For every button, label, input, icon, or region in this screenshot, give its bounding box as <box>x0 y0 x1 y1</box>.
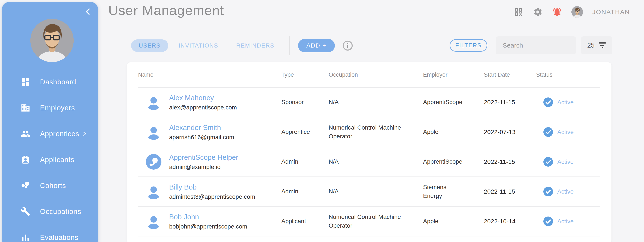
user-type: Admin <box>281 187 329 196</box>
bell-icon <box>552 7 562 17</box>
default-person-avatar-icon <box>146 124 162 140</box>
user-start-date: 2022-11-15 <box>484 158 536 165</box>
user-portrait-image <box>30 19 74 62</box>
sidebar: Dashboard Employers Apprentices Applican… <box>2 2 98 242</box>
user-type: Sponsor <box>281 98 329 107</box>
sidebar-item-label: Applicants <box>40 156 74 164</box>
qr-code-button[interactable] <box>514 7 524 17</box>
search-input[interactable] <box>496 36 576 54</box>
tab-reminders[interactable]: REMINDERS <box>228 40 282 52</box>
chevron-right-icon <box>82 131 87 137</box>
info-icon <box>342 40 353 51</box>
settings-button[interactable] <box>533 7 543 17</box>
status-badge: Active <box>557 158 574 165</box>
user-start-date: 2022-07-13 <box>484 129 536 136</box>
column-header-name: Name <box>138 72 281 78</box>
column-header-status: Status <box>536 72 600 78</box>
status-check-icon <box>544 216 553 226</box>
wrench-icon <box>20 207 30 216</box>
topbar-actions: JONATHAN <box>514 6 630 18</box>
qr-code-icon <box>514 7 524 17</box>
user-name-link[interactable]: Billy Bob <box>169 183 255 191</box>
user-portrait-image <box>572 6 583 18</box>
user-start-date: 2022-11-15 <box>484 188 536 195</box>
status-check-icon <box>544 187 553 196</box>
status-check-icon <box>544 157 553 166</box>
sort-filter-icon <box>598 42 606 49</box>
table-row: Alexander Smith aparrish616@gmail.com Ap… <box>138 117 600 147</box>
user-email: bobjohn@apprentiscope.com <box>169 223 247 230</box>
bar-chart-icon <box>20 232 30 242</box>
status-badge: Active <box>557 188 574 195</box>
user-employer: Apple <box>423 128 438 136</box>
user-employer: Apple <box>423 217 438 226</box>
bubbles-icon <box>20 181 30 190</box>
apprentiscope-logo-avatar <box>146 154 162 170</box>
user-start-date: 2022-11-15 <box>484 99 536 106</box>
user-name-link[interactable]: Alexander Smith <box>169 124 234 132</box>
page-size-selector[interactable]: 25 <box>581 36 612 54</box>
users-table: Name Type Occupation Employer Start Date… <box>127 62 612 242</box>
sidebar-item-label: Apprentices <box>40 130 79 138</box>
tab-invitations[interactable]: INVITATIONS <box>171 40 226 52</box>
table-header-row: Name Type Occupation Employer Start Date… <box>138 62 600 88</box>
column-header-start-date: Start Date <box>484 72 536 78</box>
people-icon <box>20 129 30 139</box>
tab-users[interactable]: USERS <box>131 40 168 52</box>
user-email: aparrish616@gmail.com <box>169 134 234 141</box>
user-email: alex@apprentiscope.com <box>169 104 237 111</box>
topbar-user-avatar[interactable] <box>572 6 583 18</box>
column-header-employer: Employer <box>423 72 484 78</box>
user-type: Admin <box>281 158 329 166</box>
sidebar-item-label: Evaluations <box>40 234 78 242</box>
user-occupation: Numerical Control Machine Operator <box>329 213 423 230</box>
vertical-divider <box>290 36 290 55</box>
sidebar-item-dashboard[interactable]: Dashboard <box>2 69 98 95</box>
table-row: Billy Bob admintest3@apprentiscope.com A… <box>138 177 600 207</box>
sidebar-item-label: Dashboard <box>40 78 76 86</box>
user-employer: Siemens Energy <box>423 183 465 200</box>
dashboard-icon <box>20 77 30 87</box>
tabs-row: USERS INVITATIONS REMINDERS ADD + <box>131 36 353 55</box>
gear-icon <box>533 7 543 17</box>
sidebar-collapse-button[interactable] <box>83 7 93 16</box>
user-email: admin@example.io <box>169 164 238 170</box>
status-badge: Active <box>557 99 574 106</box>
user-name-link[interactable]: ApprentiScope Helper <box>169 153 238 162</box>
building-icon <box>20 103 30 113</box>
sidebar-item-label: Occupations <box>40 208 81 216</box>
notifications-button[interactable] <box>552 7 562 17</box>
table-row: ApprentiScope Helper admin@example.io Ad… <box>138 147 600 177</box>
column-header-type: Type <box>281 72 329 78</box>
table-row: Bob John bobjohn@apprentiscope.com Appli… <box>138 207 600 236</box>
page-title: User Management <box>108 2 224 18</box>
user-name-link[interactable]: Bob John <box>169 213 247 221</box>
column-header-occupation: Occupation <box>329 72 423 78</box>
sidebar-user-avatar[interactable] <box>30 19 74 62</box>
status-badge: Active <box>557 129 574 136</box>
page-size-value: 25 <box>587 42 594 49</box>
status-check-icon <box>544 127 553 137</box>
sidebar-item-employers[interactable]: Employers <box>2 95 98 121</box>
sidebar-item-apprentices[interactable]: Apprentices <box>2 121 98 147</box>
add-button[interactable]: ADD + <box>298 39 335 52</box>
user-name-link[interactable]: Alex Mahoney <box>169 94 237 102</box>
sidebar-item-evaluations[interactable]: Evaluations <box>2 224 98 242</box>
user-type: Apprentice <box>281 128 329 136</box>
user-email: admintest3@apprentiscope.com <box>169 194 255 200</box>
sidebar-item-occupations[interactable]: Occupations <box>2 198 98 224</box>
user-occupation: Numerical Control Machine Operator <box>329 123 423 141</box>
sidebar-item-applicants[interactable]: Applicants <box>2 147 98 172</box>
user-start-date: 2022-10-14 <box>484 218 536 225</box>
info-button[interactable] <box>342 40 353 51</box>
sidebar-item-label: Employers <box>40 104 75 112</box>
sidebar-item-label: Cohorts <box>40 182 66 190</box>
table-row: Alex Mahoney alex@apprentiscope.com Spon… <box>138 88 600 117</box>
chevron-left-icon <box>83 7 93 16</box>
sidebar-item-cohorts[interactable]: Cohorts <box>2 172 98 198</box>
sidebar-menu: Dashboard Employers Apprentices Applican… <box>2 69 98 242</box>
badge-icon <box>20 155 30 165</box>
filters-button[interactable]: FILTERS <box>450 39 487 52</box>
user-occupation: N/A <box>329 187 423 196</box>
user-occupation: N/A <box>329 98 423 107</box>
